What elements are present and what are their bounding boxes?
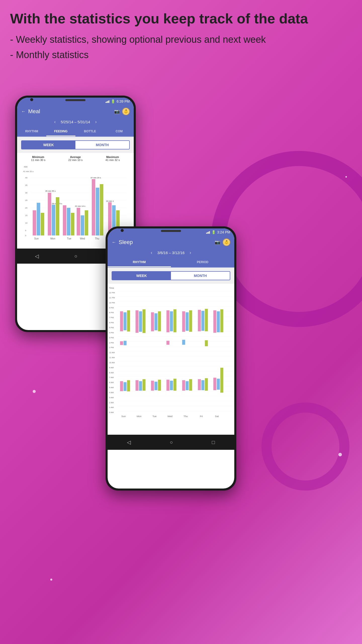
nav-home-right[interactable]: ○ bbox=[170, 439, 173, 445]
svg-rect-140 bbox=[213, 378, 216, 390]
svg-rect-116 bbox=[155, 382, 158, 390]
svg-text:20: 20 bbox=[25, 207, 27, 209]
maximum-label: Maximum bbox=[106, 155, 120, 158]
battery-icon-right: 🔋 bbox=[211, 230, 216, 234]
svg-rect-133 bbox=[198, 379, 201, 390]
tab-feeding-left[interactable]: FEEDING bbox=[46, 127, 75, 136]
tab-period-right[interactable]: PERIOD bbox=[171, 258, 234, 267]
svg-text:4 PM: 4 PM bbox=[109, 332, 114, 334]
svg-rect-109 bbox=[135, 380, 139, 391]
svg-rect-112 bbox=[151, 312, 154, 331]
svg-rect-146 bbox=[182, 340, 185, 345]
svg-rect-111 bbox=[143, 379, 146, 391]
nav-back-right[interactable]: ◁ bbox=[127, 439, 131, 445]
prev-week-right[interactable]: ‹ bbox=[151, 250, 152, 255]
date-range-left: 5/25/14 – 5/31/14 bbox=[61, 120, 90, 124]
svg-rect-27 bbox=[56, 197, 59, 235]
svg-rect-143 bbox=[120, 341, 123, 345]
svg-rect-132 bbox=[205, 309, 208, 331]
month-btn-left[interactable]: MONTH bbox=[75, 141, 129, 149]
bullet-1: - Weekly statistics, showing optional pr… bbox=[10, 32, 352, 47]
nav-recent-right[interactable]: □ bbox=[212, 439, 215, 445]
date-range-right: 3/6/16 – 3/12/16 bbox=[157, 251, 185, 255]
month-btn-right[interactable]: MONTH bbox=[171, 272, 230, 280]
svg-rect-136 bbox=[205, 378, 208, 391]
tab-rhythm-left[interactable]: RHYTHM bbox=[17, 127, 46, 136]
app-header-right: ← Sleep 📷 👶 bbox=[108, 236, 234, 249]
svg-rect-134 bbox=[201, 380, 204, 390]
svg-text:9 AM: 9 AM bbox=[109, 367, 114, 369]
toggle-container-right: WEEK MONTH bbox=[108, 268, 234, 284]
back-arrow-right[interactable]: ← bbox=[112, 240, 116, 245]
svg-rect-127 bbox=[182, 380, 185, 391]
back-arrow-left[interactable]: ← bbox=[21, 109, 26, 114]
svg-rect-145 bbox=[166, 341, 169, 345]
stats-row-left: Minimum 11 min 30 s Average 22 min 10 s … bbox=[17, 153, 134, 163]
toggle-row-right: WEEK MONTH bbox=[112, 271, 230, 280]
nav-back-left[interactable]: ◁ bbox=[35, 253, 39, 259]
svg-text:41 min 32 s: 41 min 32 s bbox=[23, 170, 33, 173]
svg-text:min: min bbox=[24, 166, 28, 168]
sparkle-2 bbox=[50, 579, 52, 581]
svg-rect-126 bbox=[189, 310, 192, 332]
camera-icon-left[interactable]: 📷 bbox=[114, 109, 120, 114]
tab-bar-left: RHYTHM FEEDING BOTTLE COM bbox=[17, 127, 134, 137]
svg-rect-135 bbox=[205, 340, 208, 346]
time-right: 3:24 PM bbox=[217, 230, 230, 234]
prev-week-left[interactable]: ‹ bbox=[54, 119, 56, 125]
week-btn-left[interactable]: WEEK bbox=[22, 141, 75, 149]
week-btn-right[interactable]: WEEK bbox=[112, 272, 171, 280]
svg-rect-118 bbox=[166, 310, 169, 332]
svg-text:3 AM: 3 AM bbox=[109, 396, 114, 399]
svg-rect-102 bbox=[127, 310, 130, 332]
svg-rect-20 bbox=[33, 210, 36, 235]
svg-rect-24 bbox=[48, 193, 51, 235]
svg-rect-120 bbox=[173, 309, 176, 332]
battery-icon-left: 🔋 bbox=[111, 99, 115, 103]
next-week-left[interactable]: › bbox=[95, 119, 97, 125]
svg-text:Sun: Sun bbox=[34, 237, 39, 240]
tab-com-left[interactable]: COM bbox=[105, 127, 134, 136]
svg-rect-125 bbox=[186, 312, 189, 331]
svg-rect-131 bbox=[201, 311, 204, 331]
average-value: 22 min 10 s bbox=[68, 158, 83, 162]
stat-average: Average 22 min 10 s bbox=[68, 155, 83, 162]
phone-camera-right bbox=[121, 229, 124, 232]
svg-rect-37 bbox=[96, 188, 99, 235]
svg-text:9 PM: 9 PM bbox=[109, 307, 114, 309]
svg-rect-36 bbox=[92, 179, 95, 235]
time-left: 6:39 PM bbox=[117, 99, 130, 103]
svg-rect-141 bbox=[217, 379, 220, 390]
nav-home-left[interactable]: ○ bbox=[74, 253, 77, 259]
svg-rect-144 bbox=[124, 341, 127, 345]
tab-bottle-left[interactable]: BOTTLE bbox=[75, 127, 105, 136]
svg-rect-114 bbox=[158, 311, 161, 331]
toggle-row-left: WEEK MONTH bbox=[21, 140, 130, 149]
svg-text:8 AM: 8 AM bbox=[109, 372, 114, 374]
svg-rect-124 bbox=[182, 311, 185, 332]
svg-text:1 AM: 1 AM bbox=[109, 406, 114, 409]
average-label: Average bbox=[68, 155, 83, 158]
svg-text:15: 15 bbox=[25, 214, 27, 217]
avatar-left[interactable]: 👶 bbox=[122, 108, 130, 115]
svg-text:2 PM: 2 PM bbox=[109, 342, 114, 344]
svg-text:7 PM: 7 PM bbox=[109, 316, 114, 319]
phone-speaker-left bbox=[65, 99, 85, 101]
svg-rect-30 bbox=[71, 213, 74, 235]
avatar-right[interactable]: 👶 bbox=[223, 238, 230, 246]
svg-rect-110 bbox=[139, 381, 142, 391]
svg-text:10 PM: 10 PM bbox=[109, 302, 115, 304]
header-icons-left: 📷 👶 bbox=[114, 108, 130, 115]
camera-icon-right[interactable]: 📷 bbox=[215, 239, 220, 245]
next-week-right[interactable]: › bbox=[190, 250, 191, 255]
tab-rhythm-right[interactable]: RHYTHM bbox=[108, 258, 171, 267]
phone-screen-right: 🔋 3:24 PM ← Sleep 📷 👶 ‹ 3/6/16 – 3/12/16… bbox=[108, 228, 234, 489]
date-nav-right: ‹ 3/6/16 – 3/12/16 › bbox=[108, 249, 234, 258]
svg-text:40: 40 bbox=[25, 177, 27, 179]
svg-text:8 PM: 8 PM bbox=[109, 311, 114, 314]
sleep-chart-svg: Time 12 PM 11 PM 10 PM 9 PM 8 PM 7 PM 6 … bbox=[109, 285, 233, 433]
svg-rect-106 bbox=[135, 310, 139, 333]
svg-text:7 AM: 7 AM bbox=[109, 376, 114, 379]
stat-maximum: Maximum 41 min 32 s bbox=[106, 155, 120, 162]
svg-text:5 AM: 5 AM bbox=[109, 386, 114, 389]
